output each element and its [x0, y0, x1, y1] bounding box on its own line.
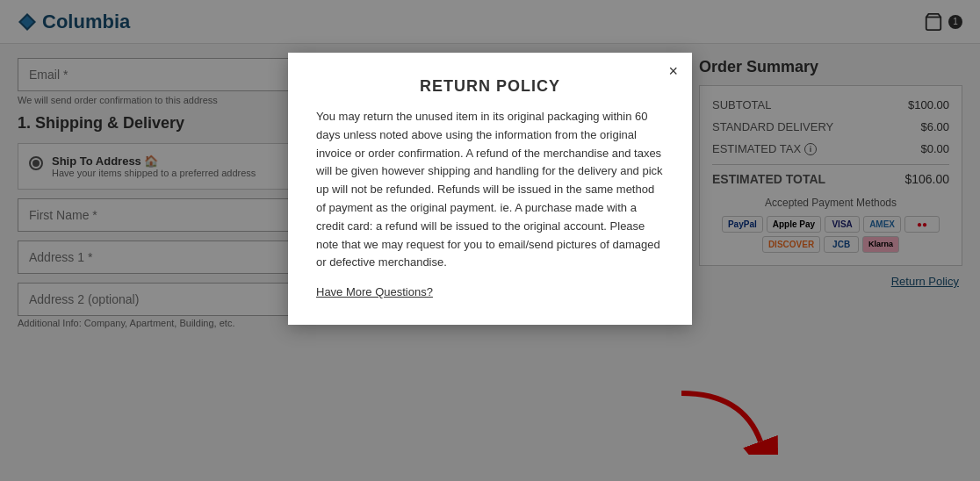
modal-close-button[interactable]: ×: [668, 63, 678, 79]
modal-more-questions-link[interactable]: Have More Questions?: [316, 285, 433, 298]
modal-overlay: × RETURN POLICY You may return the unuse…: [0, 0, 980, 481]
modal-title: RETURN POLICY: [316, 77, 664, 96]
modal-body: You may return the unused item in its or…: [316, 108, 664, 272]
return-policy-modal: × RETURN POLICY You may return the unuse…: [288, 53, 692, 325]
